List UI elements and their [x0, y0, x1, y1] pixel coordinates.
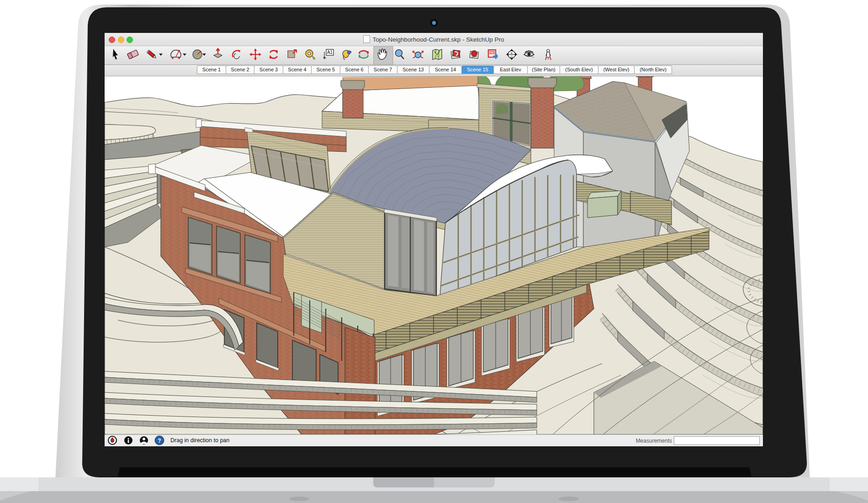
svg-text:?: ? — [158, 438, 161, 444]
svg-text:JG: JG — [510, 55, 513, 58]
svg-text:A1: A1 — [327, 50, 333, 55]
